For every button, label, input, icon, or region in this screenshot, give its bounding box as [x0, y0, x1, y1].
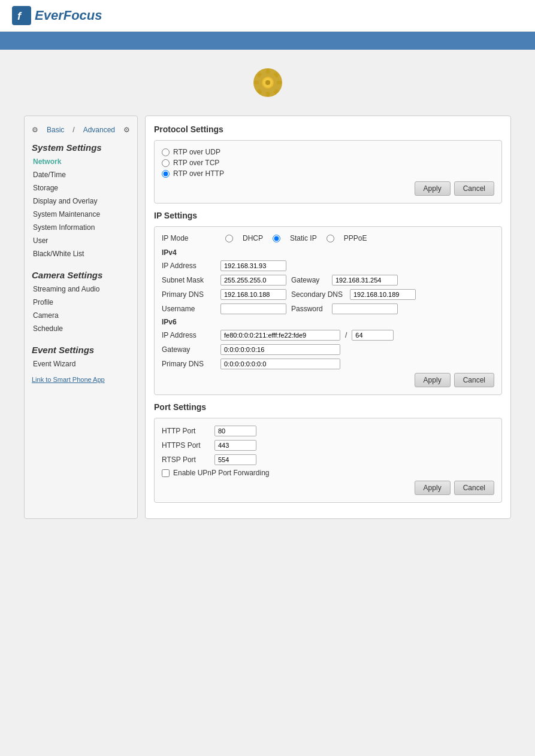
protocol-tcp-row: RTP over TCP — [162, 159, 494, 167]
protocol-cancel-button[interactable]: Cancel — [454, 181, 494, 196]
sidebar-item-blackwhite-list[interactable]: Black/White List — [25, 247, 137, 260]
gear-icon — [253, 68, 283, 98]
ipv6-address-row: IP Address / — [162, 330, 494, 341]
port-cancel-button[interactable]: Cancel — [454, 481, 494, 495]
http-port-input[interactable] — [214, 426, 256, 436]
subnet-gateway-row: Subnet Mask Gateway — [162, 275, 494, 286]
upnp-checkbox[interactable] — [162, 469, 170, 477]
ip-mode-row: IP Mode DHCP Static IP PPPoE — [162, 234, 494, 242]
ipv6-primary-dns-input[interactable] — [220, 359, 340, 369]
sidebar-link-area: Link to Smart Phone App — [25, 371, 137, 384]
ipv6-gateway-label: Gateway — [162, 345, 216, 354]
ip-address-row: IP Address — [162, 260, 494, 271]
sidebar-item-streaming-audio[interactable]: Streaming and Audio — [25, 283, 137, 296]
logo: f EverFocus — [12, 6, 523, 25]
main-container: ⚙ Basic / Advanced ⚙ System Settings Net… — [0, 116, 535, 531]
sidebar-item-camera[interactable]: Camera — [25, 309, 137, 322]
protocol-actions: Apply Cancel — [162, 181, 494, 196]
protocol-settings-block: RTP over UDP RTP over TCP RTP over HTTP … — [154, 140, 502, 204]
port-settings-title: Port Settings — [154, 402, 502, 412]
username-input[interactable] — [220, 303, 286, 314]
svg-rect-7 — [254, 81, 259, 84]
ipv6-primary-dns-label: Primary DNS — [162, 360, 216, 368]
logo-icon: f — [12, 6, 31, 25]
protocol-udp-radio[interactable] — [162, 148, 170, 156]
sidebar-item-schedule[interactable]: Schedule — [25, 322, 137, 335]
ipv6-address-input[interactable] — [220, 330, 340, 341]
ipv6-gateway-input[interactable] — [220, 344, 340, 355]
sidebar-item-system-maintenance[interactable]: System Maintenance — [25, 208, 137, 221]
primary-dns-input[interactable] — [220, 289, 286, 300]
ipv6-prefix-input[interactable] — [352, 330, 394, 341]
sidebar-item-display-overlay[interactable]: Display and Overlay — [25, 195, 137, 208]
subnet-mask-label: Subnet Mask — [162, 276, 216, 284]
secondary-dns-input[interactable] — [350, 289, 416, 300]
rtsp-port-input[interactable] — [214, 454, 256, 465]
sidebar-basic-label[interactable]: Basic — [47, 126, 64, 134]
sidebar-icon-left: ⚙ — [32, 126, 38, 134]
ip-apply-button[interactable]: Apply — [415, 373, 451, 387]
protocol-http-label: RTP over HTTP — [173, 169, 224, 178]
subnet-mask-input[interactable] — [220, 275, 286, 286]
event-settings-title: Event Settings — [25, 340, 137, 357]
smart-phone-app-link[interactable]: Link to Smart Phone App — [32, 376, 105, 383]
top-banner — [0, 32, 535, 50]
protocol-udp-row: RTP over UDP — [162, 148, 494, 156]
protocol-http-radio[interactable] — [162, 170, 170, 178]
upnp-row: Enable UPnP Port Forwarding — [162, 469, 494, 477]
sidebar-item-user[interactable]: User — [25, 234, 137, 247]
sidebar-item-datetime[interactable]: Date/Time — [25, 168, 137, 181]
http-port-row: HTTP Port — [162, 426, 494, 436]
ip-actions: Apply Cancel — [162, 373, 494, 387]
sidebar-item-network[interactable]: Network — [25, 155, 137, 168]
sidebar-item-system-information[interactable]: System Information — [25, 221, 137, 234]
https-port-input[interactable] — [214, 440, 256, 451]
system-settings-title: System Settings — [25, 138, 137, 155]
sidebar-advanced-link[interactable]: Advanced — [83, 126, 115, 134]
ipmode-dhcp-radio[interactable] — [225, 235, 233, 242]
svg-rect-5 — [266, 69, 270, 74]
ipv4-subtitle: IPv4 — [162, 248, 494, 257]
sidebar-item-event-wizard[interactable]: Event Wizard — [25, 357, 137, 371]
sidebar: ⚙ Basic / Advanced ⚙ System Settings Net… — [24, 116, 138, 519]
protocol-udp-label: RTP over UDP — [173, 148, 220, 156]
svg-rect-8 — [277, 81, 282, 84]
rtsp-port-row: RTSP Port — [162, 454, 494, 465]
ipv6-gateway-row: Gateway — [162, 344, 494, 355]
gateway-label: Gateway — [291, 276, 327, 284]
sidebar-header: ⚙ Basic / Advanced ⚙ — [25, 122, 137, 138]
gateway-input[interactable] — [332, 275, 398, 286]
port-settings-block: HTTP Port HTTPS Port RTSP Port Enable UP… — [154, 418, 502, 503]
camera-settings-title: Camera Settings — [25, 265, 137, 283]
svg-rect-6 — [266, 92, 270, 96]
ipmode-pppoe-label: PPPoE — [344, 234, 367, 242]
port-apply-button[interactable]: Apply — [415, 481, 451, 495]
protocol-tcp-label: RTP over TCP — [173, 159, 219, 167]
https-port-row: HTTPS Port — [162, 440, 494, 451]
protocol-tcp-radio[interactable] — [162, 159, 170, 167]
ipmode-pppoe-radio[interactable] — [327, 235, 334, 242]
username-label: Username — [162, 305, 216, 313]
primary-dns-label: Primary DNS — [162, 290, 216, 299]
ip-cancel-button[interactable]: Cancel — [454, 373, 494, 387]
ip-address-label: IP Address — [162, 262, 216, 270]
upnp-label: Enable UPnP Port Forwarding — [173, 469, 270, 477]
settings-icon-area — [0, 50, 535, 116]
protocol-http-row: RTP over HTTP — [162, 169, 494, 178]
rtsp-port-label: RTSP Port — [162, 456, 210, 464]
ipv6-slash: / — [345, 331, 347, 339]
password-input[interactable] — [332, 303, 398, 314]
protocol-apply-button[interactable]: Apply — [415, 181, 451, 196]
sidebar-item-profile[interactable]: Profile — [25, 296, 137, 309]
logo-text: EverFocus — [35, 8, 102, 23]
ipmode-dhcp-label: DHCP — [243, 234, 263, 242]
ip-address-input[interactable] — [220, 260, 286, 271]
ipv6-subtitle: IPv6 — [162, 318, 494, 326]
sidebar-item-storage[interactable]: Storage — [25, 181, 137, 195]
ipmode-staticip-radio[interactable] — [273, 235, 280, 242]
ip-mode-label: IP Mode — [162, 234, 216, 242]
port-actions: Apply Cancel — [162, 481, 494, 495]
sidebar-icon-right: ⚙ — [123, 126, 130, 134]
ipmode-staticip-label: Static IP — [290, 234, 317, 242]
ipv6-dns-row: Primary DNS — [162, 359, 494, 369]
